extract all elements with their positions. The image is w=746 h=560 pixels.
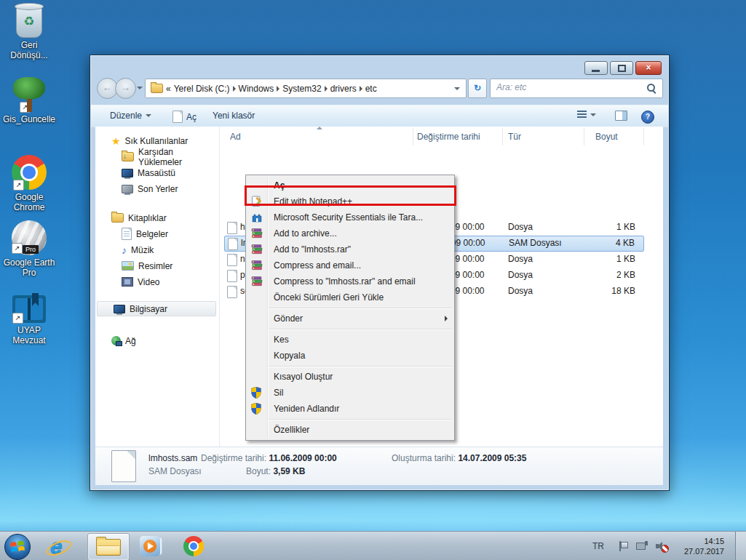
column-header-name[interactable]: Ad — [224, 128, 413, 145]
file-preview-icon — [111, 450, 136, 482]
breadcrumb-segment[interactable]: drivers — [330, 84, 357, 94]
breadcrumb-segment[interactable]: System32 — [282, 84, 321, 94]
sidebar-item-video[interactable]: Video — [95, 274, 218, 289]
action-center-icon[interactable] — [619, 541, 627, 560]
open-button[interactable]: Aç — [172, 111, 197, 123]
column-header-size[interactable]: Boyut — [584, 128, 644, 145]
bookmark-icon — [32, 293, 39, 306]
menu-item-cut[interactable]: Kes — [246, 332, 454, 348]
sidebar-item-documents[interactable]: Belgeler — [95, 226, 218, 241]
breadcrumb-separator-icon[interactable] — [325, 86, 328, 92]
details-modified-value: 11.06.2009 00:00 — [269, 453, 336, 463]
desktop-icon-google-earth[interactable]: ↗ Pro Google Earth Pro — [0, 220, 58, 278]
search-icon[interactable] — [647, 84, 655, 92]
menu-item-delete[interactable]: Sil — [246, 385, 454, 401]
menu-item-create-shortcut[interactable]: Kısayol Oluştur — [246, 369, 454, 385]
sidebar-item-label: Sık Kullanılanlar — [125, 136, 189, 146]
menu-separator — [269, 308, 453, 308]
desktop-icon-label: Gis_Guncelle — [0, 114, 58, 124]
uac-shield-icon — [251, 403, 263, 415]
menu-item-send-to[interactable]: Gönder — [246, 311, 454, 327]
breadcrumb-segment[interactable]: Yerel Disk (C:) — [174, 84, 230, 94]
column-header-modified[interactable]: Değiştirme tarihi — [413, 128, 503, 145]
forward-button[interactable]: → — [115, 78, 136, 99]
menu-item-add-to-rar[interactable]: Add to "lmhosts.rar" — [246, 241, 454, 257]
file-type: Dosya — [508, 286, 533, 296]
details-created-value: 14.07.2009 05:35 — [458, 453, 526, 463]
taskbar-explorer-button-active[interactable] — [87, 533, 130, 560]
volume-muted-icon[interactable] — [656, 541, 667, 560]
breadcrumb-segment[interactable]: Windows — [239, 84, 274, 94]
breadcrumb-segment[interactable]: etc — [365, 84, 377, 94]
maximize-button[interactable] — [610, 61, 633, 75]
desktop-icon-uyap-mevzuat[interactable]: ↗ UYAP Mevzuat — [0, 295, 58, 345]
taskbar-clock[interactable]: 14:15 27.07.2017 — [673, 536, 724, 556]
preview-pane-button[interactable] — [615, 111, 627, 121]
menu-item-add-to-archive[interactable]: Add to archive... — [246, 225, 454, 241]
menu-item-compress-and-email[interactable]: Compress and email... — [246, 257, 454, 273]
mse-icon — [251, 212, 263, 223]
breadcrumb-separator-icon[interactable] — [360, 86, 362, 92]
address-bar[interactable]: « Yerel Disk (C:) Windows System32 drive… — [145, 79, 467, 98]
sidebar-item-desktop[interactable]: Masaüstü — [95, 165, 218, 180]
back-arrow-icon: ← — [103, 81, 113, 93]
preview-pane-icon — [615, 111, 627, 121]
sidebar-item-music[interactable]: ♪ Müzik — [95, 242, 218, 257]
nav-history-dropdown-icon[interactable] — [137, 87, 143, 89]
sidebar-item-libraries[interactable]: Kitaplıklar — [95, 210, 218, 225]
desktop-icon-google-chrome[interactable]: ↗ Google Chrome — [0, 155, 58, 212]
menu-item-copy[interactable]: Kopyala — [246, 348, 454, 364]
navigation-pane: ★ Sık Kullanılanlar ↓ Karşıdan Yüklemele… — [95, 127, 220, 447]
column-header-type[interactable]: Tür — [503, 128, 584, 145]
desktop-icon-label: UYAP Mevzuat — [7, 325, 51, 345]
document-icon — [172, 111, 183, 123]
taskbar-ie-button[interactable]: e — [47, 535, 70, 559]
annotation-highlight-box — [245, 185, 456, 206]
desktop-icon-recycle-bin[interactable]: ♻ Geri Dönüşü... — [0, 6, 58, 60]
menu-item-restore-previous-versions[interactable]: Önceki Sürümleri Geri Yükle — [246, 289, 454, 305]
sidebar-item-network[interactable]: Ağ — [95, 333, 218, 348]
sidebar-item-computer[interactable]: Bilgisayar — [97, 301, 216, 316]
menu-item-properties[interactable]: Özellikler — [246, 422, 454, 438]
windows-logo-icon — [9, 539, 25, 555]
refresh-icon: ↻ — [474, 83, 481, 93]
sidebar-item-label: Belgeler — [136, 229, 168, 239]
language-indicator[interactable]: TR — [592, 541, 604, 560]
sidebar-item-pictures[interactable]: Resimler — [95, 258, 218, 273]
details-pane: lmhosts.sam SAM Dosyası Değiştirme tarih… — [95, 447, 663, 485]
organize-button[interactable]: Düzenle — [110, 111, 151, 121]
search-box[interactable] — [490, 79, 663, 98]
minimize-button[interactable] — [584, 61, 608, 75]
show-desktop-button[interactable] — [735, 532, 746, 560]
shortcut-arrow-icon: ↗ — [20, 102, 31, 113]
pictures-icon — [122, 261, 134, 271]
details-filetype: SAM Dosyası — [148, 466, 202, 476]
details-modified-label: Değiştirme tarihi: — [201, 453, 266, 463]
breadcrumb-overflow-chevron[interactable]: « — [166, 84, 171, 94]
network-tray-icon[interactable] — [636, 541, 648, 560]
file-icon — [227, 270, 237, 282]
refresh-button[interactable]: ↻ — [468, 79, 487, 98]
help-button[interactable]: ? — [641, 111, 654, 124]
close-button[interactable]: × — [635, 61, 662, 75]
sidebar-item-downloads[interactable]: ↓ Karşıdan Yüklemeler — [95, 149, 218, 164]
desktop-icon-gis-guncelle[interactable]: ↗ Gis_Guncelle — [0, 77, 58, 124]
menu-item-rename[interactable]: Yeniden Adlandır — [246, 401, 454, 417]
sidebar-item-recent-places[interactable]: Son Yerler — [95, 181, 218, 196]
taskbar-chrome-button[interactable] — [183, 536, 204, 556]
menu-item-scan-with-mse[interactable]: Microsoft Security Essentials ile Tara..… — [246, 209, 454, 225]
start-button[interactable] — [4, 534, 31, 560]
new-folder-button[interactable]: Yeni klasör — [213, 111, 255, 121]
explorer-folder-icon — [96, 539, 121, 556]
desktop-icon-label: Google Chrome — [9, 192, 49, 212]
file-icon — [227, 286, 237, 298]
address-dropdown-icon[interactable] — [454, 87, 460, 90]
search-input[interactable] — [495, 81, 640, 93]
video-icon — [122, 277, 133, 287]
breadcrumb-separator-icon[interactable] — [233, 86, 236, 92]
taskbar-wmp-button[interactable] — [140, 536, 160, 556]
menu-item-compress-to-rar-and-email[interactable]: Compress to "lmhosts.rar" and email — [246, 273, 454, 289]
views-button[interactable] — [577, 111, 596, 119]
breadcrumb-separator-icon[interactable] — [277, 86, 279, 92]
column-headers: Ad Değiştirme tarihi Tür Boyut — [224, 128, 644, 145]
